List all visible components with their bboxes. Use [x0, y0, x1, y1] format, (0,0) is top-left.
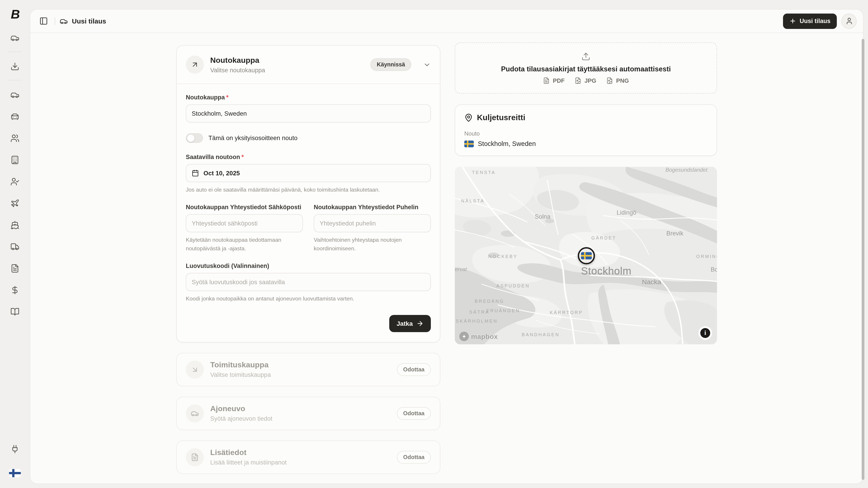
step-subtitle: Valitse toimituskauppa	[210, 372, 391, 379]
sidebar-item-docs-library[interactable]	[8, 304, 22, 319]
sidebar-item-trucking[interactable]	[8, 239, 22, 254]
file-text-icon	[186, 448, 204, 466]
map-label: ASPUDDEN	[496, 283, 530, 288]
pickup-step-header[interactable]: Noutokauppa Valitse noutokauppa Käynniss…	[177, 46, 440, 84]
toggle-knob	[187, 135, 194, 142]
collapse-step-button[interactable]	[423, 61, 431, 68]
car-front-icon	[10, 112, 20, 121]
map[interactable]: TENSTABogesundslandetNÄLSTASolnaLidingöG…	[455, 167, 717, 344]
map-label: Lidingö	[617, 209, 636, 216]
plug-icon	[10, 445, 20, 454]
breadcrumb-divider	[55, 17, 55, 25]
contact-phone-help: Vaihtoehtoinen yhteystapa noutojen koord…	[314, 236, 431, 253]
car-icon	[10, 90, 20, 99]
file-text-icon	[10, 264, 20, 273]
map-label: Bo	[711, 266, 717, 273]
sidebar-item-integrations[interactable]	[8, 442, 22, 456]
continue-button[interactable]: Jatka	[389, 315, 431, 332]
users-icon	[10, 134, 20, 143]
route-title: Kuljetusreitti	[477, 113, 525, 123]
user-check-icon	[10, 177, 20, 186]
ship-icon	[10, 221, 20, 230]
pickup-step-card: Noutokauppa Valitse noutokauppa Käynniss…	[176, 45, 440, 343]
sidebar-item-sea[interactable]	[8, 218, 22, 232]
filetype-pdf: PDF	[543, 77, 565, 84]
map-label: servat	[455, 266, 467, 272]
page-title: Uusi tilaus	[72, 17, 106, 25]
sidebar-item-billing[interactable]	[8, 283, 22, 297]
required-asterisk: *	[226, 94, 229, 101]
release-code-input[interactable]	[186, 273, 431, 291]
main-panel: Uusi tilaus Uusi tilaus	[30, 9, 864, 484]
sidebar-item-orders[interactable]	[8, 31, 22, 45]
contact-email-help: Käytetään noutokauppaa tiedottamaan nout…	[186, 236, 303, 253]
map-label: NÄLSTA	[461, 198, 485, 203]
private-pickup-toggle[interactable]	[186, 133, 203, 143]
map-label: SKÄRHOLMEN	[456, 319, 498, 324]
pickup-store-input[interactable]	[186, 104, 431, 123]
status-badge: Odottaa	[397, 407, 431, 420]
required-asterisk: *	[241, 154, 244, 160]
delivery-step-card[interactable]: Toimituskauppa Valitse toimituskauppa Od…	[176, 353, 440, 386]
release-code-label: Luovutuskoodi (Valinnainen)	[186, 263, 431, 269]
arrow-down-right-icon	[186, 361, 204, 379]
pickup-date-label: Saatavilla noutoon*	[186, 154, 431, 160]
page-content: Noutokauppa Valitse noutokauppa Käynniss…	[30, 33, 863, 484]
map-info-button[interactable]: i	[699, 326, 712, 340]
summary-column: Pudota tilausasiakirjat täyttääksesi aut…	[455, 42, 717, 474]
user-icon	[845, 17, 853, 25]
pickup-form: Noutokauppa* Tämä on yksityisosoitteen n…	[177, 84, 440, 342]
user-menu-button[interactable]	[841, 13, 857, 29]
pickup-date-help: Jos auto ei ole saatavilla määrittämäsi …	[186, 186, 431, 194]
plus-icon	[789, 18, 796, 24]
language-selector-finnish-flag[interactable]	[9, 469, 21, 477]
details-step-card[interactable]: Lisätiedot Lisää liitteet ja muistiinpan…	[176, 441, 440, 474]
document-dropzone[interactable]: Pudota tilausasiakirjat täyttääksesi aut…	[455, 42, 717, 94]
status-badge: Odottaa	[397, 363, 431, 376]
sidebar-divider	[8, 52, 22, 52]
vehicle-step-card[interactable]: Ajoneuvo Syötä ajoneuvon tiedot Odottaa	[176, 397, 440, 430]
finland-flag-icon	[9, 469, 21, 477]
file-image-icon	[575, 77, 581, 84]
map-label: Solna	[535, 213, 550, 220]
dollar-icon	[10, 286, 20, 295]
contact-email-input[interactable]	[186, 215, 303, 232]
car-icon	[60, 17, 68, 25]
top-bar: Uusi tilaus Uusi tilaus	[30, 9, 863, 33]
step-title: Toimituskauppa	[210, 361, 391, 370]
app-root: B	[0, 0, 868, 488]
sidebar-item-drivers[interactable]	[8, 174, 22, 189]
sidebar-item-customers[interactable]	[8, 131, 22, 145]
contact-phone-label: Noutokauppan Yhteystiedot Puhelin	[314, 204, 431, 211]
sweden-flag-icon	[581, 252, 592, 259]
mapbox-icon: ✦	[459, 332, 469, 341]
map-label: Brevik	[666, 230, 683, 237]
sidebar-item-fleet[interactable]	[8, 109, 22, 124]
new-order-button[interactable]: Uusi tilaus	[783, 13, 837, 29]
car-icon	[10, 33, 20, 42]
private-pickup-label: Tämä on yksityisosoitteen nouto	[209, 135, 298, 141]
step-title: Lisätiedot	[210, 449, 391, 457]
map-pin-icon	[464, 113, 473, 122]
pickup-date-picker[interactable]: Oct 10, 2025	[186, 164, 431, 182]
file-text-icon	[543, 77, 550, 84]
sidebar-item-documents[interactable]	[8, 261, 22, 275]
map-label: TENSTA	[472, 170, 496, 175]
contact-phone-input[interactable]	[314, 215, 431, 232]
pickup-map-marker[interactable]	[578, 247, 595, 264]
map-label: KÄRRTORP	[550, 310, 583, 315]
sidebar-item-companies[interactable]	[8, 153, 22, 167]
sidebar-item-imports[interactable]	[8, 59, 22, 74]
map-label: NOCKEBY	[488, 254, 518, 259]
plane-icon	[10, 199, 20, 208]
brand-logo[interactable]: B	[11, 8, 19, 21]
contact-phone-field: Noutokauppan Yhteystiedot Puhelin Vaihto…	[314, 204, 431, 253]
sidebar-item-air[interactable]	[8, 196, 22, 210]
mapbox-logo: ✦ mapbox	[459, 332, 498, 341]
vertical-scrollbar[interactable]	[862, 39, 864, 480]
breadcrumb: Uusi tilaus	[60, 17, 106, 25]
step-title: Ajoneuvo	[210, 404, 391, 414]
sidebar-toggle-button[interactable]	[37, 14, 50, 28]
sidebar-item-vehicles[interactable]	[8, 88, 22, 102]
map-label: FRUÄNGEN	[487, 308, 520, 313]
